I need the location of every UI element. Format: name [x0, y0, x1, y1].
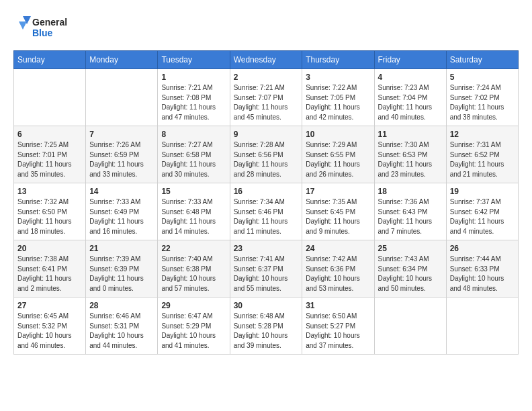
day-number: 30 — [234, 301, 299, 310]
day-info: Sunrise: 6:45 AM Sunset: 5:32 PM Dayligh… — [17, 312, 82, 351]
day-number: 9 — [234, 130, 299, 139]
day-info: Sunrise: 7:44 AM Sunset: 6:33 PM Dayligh… — [450, 255, 515, 293]
day-number: 24 — [306, 244, 370, 253]
calendar-cell: 31Sunrise: 6:50 AM Sunset: 5:27 PM Dayli… — [302, 298, 374, 355]
calendar-cell: 8Sunrise: 7:27 AM Sunset: 6:58 PM Daylig… — [158, 126, 230, 183]
day-info: Sunrise: 7:33 AM Sunset: 6:48 PM Dayligh… — [161, 197, 226, 236]
svg-marker-3 — [19, 21, 27, 30]
calendar-cell: 19Sunrise: 7:37 AM Sunset: 6:42 PM Dayli… — [446, 183, 518, 240]
day-number: 17 — [306, 187, 370, 196]
day-info: Sunrise: 7:39 AM Sunset: 6:39 PM Dayligh… — [89, 255, 154, 293]
calendar-cell — [14, 69, 86, 126]
calendar-week-3: 13Sunrise: 7:32 AM Sunset: 6:50 PM Dayli… — [14, 183, 519, 240]
calendar-cell: 16Sunrise: 7:34 AM Sunset: 6:46 PM Dayli… — [230, 183, 302, 240]
calendar-cell: 1Sunrise: 7:21 AM Sunset: 7:08 PM Daylig… — [158, 69, 230, 126]
calendar-header: SundayMondayTuesdayWednesdayThursdayFrid… — [14, 51, 519, 69]
day-info: Sunrise: 7:38 AM Sunset: 6:41 PM Dayligh… — [17, 255, 82, 293]
day-number: 3 — [306, 73, 370, 82]
day-info: Sunrise: 7:33 AM Sunset: 6:49 PM Dayligh… — [89, 197, 154, 236]
logo-svg: General Blue — [13, 13, 74, 44]
day-number: 27 — [17, 301, 82, 310]
calendar-cell: 29Sunrise: 6:47 AM Sunset: 5:29 PM Dayli… — [158, 298, 230, 355]
day-number: 1 — [161, 73, 226, 82]
calendar-cell — [374, 298, 446, 355]
calendar-cell: 2Sunrise: 7:21 AM Sunset: 7:07 PM Daylig… — [230, 69, 302, 126]
weekday-header-tuesday: Tuesday — [158, 51, 230, 69]
calendar-cell: 4Sunrise: 7:23 AM Sunset: 7:04 PM Daylig… — [374, 69, 446, 126]
calendar-week-5: 27Sunrise: 6:45 AM Sunset: 5:32 PM Dayli… — [14, 298, 519, 355]
day-info: Sunrise: 7:34 AM Sunset: 6:46 PM Dayligh… — [234, 197, 299, 236]
weekday-header-saturday: Saturday — [446, 51, 518, 69]
calendar-cell: 6Sunrise: 7:25 AM Sunset: 7:01 PM Daylig… — [14, 126, 86, 183]
day-info: Sunrise: 7:28 AM Sunset: 6:56 PM Dayligh… — [234, 140, 299, 179]
calendar-cell: 12Sunrise: 7:31 AM Sunset: 6:52 PM Dayli… — [446, 126, 518, 183]
calendar-cell: 20Sunrise: 7:38 AM Sunset: 6:41 PM Dayli… — [14, 240, 86, 298]
day-info: Sunrise: 7:30 AM Sunset: 6:53 PM Dayligh… — [378, 140, 443, 179]
day-number: 11 — [378, 130, 443, 139]
day-info: Sunrise: 7:37 AM Sunset: 6:42 PM Dayligh… — [450, 197, 515, 236]
day-info: Sunrise: 7:40 AM Sunset: 6:38 PM Dayligh… — [161, 255, 226, 293]
day-number: 14 — [89, 187, 154, 196]
day-number: 20 — [17, 244, 82, 253]
day-info: Sunrise: 7:35 AM Sunset: 6:45 PM Dayligh… — [306, 197, 370, 236]
day-info: Sunrise: 7:26 AM Sunset: 6:59 PM Dayligh… — [89, 140, 154, 179]
calendar-week-4: 20Sunrise: 7:38 AM Sunset: 6:41 PM Dayli… — [14, 240, 519, 298]
day-number: 8 — [161, 130, 226, 139]
svg-text:General: General — [32, 17, 67, 28]
day-number: 2 — [234, 73, 299, 82]
day-number: 19 — [450, 187, 515, 196]
weekday-header-monday: Monday — [86, 51, 158, 69]
calendar-cell: 3Sunrise: 7:22 AM Sunset: 7:05 PM Daylig… — [302, 69, 374, 126]
day-info: Sunrise: 7:41 AM Sunset: 6:37 PM Dayligh… — [234, 255, 299, 293]
calendar-cell: 7Sunrise: 7:26 AM Sunset: 6:59 PM Daylig… — [86, 126, 158, 183]
day-info: Sunrise: 6:48 AM Sunset: 5:28 PM Dayligh… — [234, 312, 299, 351]
logo: General Blue — [13, 13, 74, 44]
day-info: Sunrise: 7:31 AM Sunset: 6:52 PM Dayligh… — [450, 140, 515, 179]
day-number: 6 — [17, 130, 82, 139]
day-number: 23 — [234, 244, 299, 253]
day-number: 7 — [89, 130, 154, 139]
day-number: 15 — [161, 187, 226, 196]
calendar-cell: 15Sunrise: 7:33 AM Sunset: 6:48 PM Dayli… — [158, 183, 230, 240]
calendar-cell — [446, 298, 518, 355]
calendar-cell — [86, 69, 158, 126]
calendar-cell: 17Sunrise: 7:35 AM Sunset: 6:45 PM Dayli… — [302, 183, 374, 240]
calendar-cell: 26Sunrise: 7:44 AM Sunset: 6:33 PM Dayli… — [446, 240, 518, 298]
calendar-cell: 11Sunrise: 7:30 AM Sunset: 6:53 PM Dayli… — [374, 126, 446, 183]
calendar-cell: 25Sunrise: 7:43 AM Sunset: 6:34 PM Dayli… — [374, 240, 446, 298]
svg-text:Blue: Blue — [32, 28, 53, 38]
day-info: Sunrise: 7:43 AM Sunset: 6:34 PM Dayligh… — [378, 255, 443, 293]
day-number: 12 — [450, 130, 515, 139]
day-number: 22 — [161, 244, 226, 253]
day-number: 4 — [378, 73, 443, 82]
calendar-cell: 21Sunrise: 7:39 AM Sunset: 6:39 PM Dayli… — [86, 240, 158, 298]
day-number: 29 — [161, 301, 226, 310]
day-info: Sunrise: 7:32 AM Sunset: 6:50 PM Dayligh… — [17, 197, 82, 236]
day-info: Sunrise: 7:36 AM Sunset: 6:43 PM Dayligh… — [378, 197, 443, 236]
calendar-table: SundayMondayTuesdayWednesdayThursdayFrid… — [13, 50, 519, 355]
day-number: 31 — [306, 301, 370, 310]
page-header: General Blue — [13, 13, 519, 44]
day-number: 26 — [450, 244, 515, 253]
calendar-cell: 5Sunrise: 7:24 AM Sunset: 7:02 PM Daylig… — [446, 69, 518, 126]
calendar-cell: 24Sunrise: 7:42 AM Sunset: 6:36 PM Dayli… — [302, 240, 374, 298]
calendar-cell: 27Sunrise: 6:45 AM Sunset: 5:32 PM Dayli… — [14, 298, 86, 355]
day-info: Sunrise: 7:29 AM Sunset: 6:55 PM Dayligh… — [306, 140, 370, 179]
day-number: 16 — [234, 187, 299, 196]
calendar-cell: 18Sunrise: 7:36 AM Sunset: 6:43 PM Dayli… — [374, 183, 446, 240]
day-info: Sunrise: 7:21 AM Sunset: 7:07 PM Dayligh… — [234, 83, 299, 122]
day-info: Sunrise: 6:47 AM Sunset: 5:29 PM Dayligh… — [161, 312, 226, 351]
day-info: Sunrise: 7:25 AM Sunset: 7:01 PM Dayligh… — [17, 140, 82, 179]
calendar-cell: 10Sunrise: 7:29 AM Sunset: 6:55 PM Dayli… — [302, 126, 374, 183]
day-number: 13 — [17, 187, 82, 196]
weekday-header-friday: Friday — [374, 51, 446, 69]
weekday-header-wednesday: Wednesday — [230, 51, 302, 69]
day-number: 25 — [378, 244, 443, 253]
calendar-cell: 9Sunrise: 7:28 AM Sunset: 6:56 PM Daylig… — [230, 126, 302, 183]
weekday-header-thursday: Thursday — [302, 51, 374, 69]
calendar-week-2: 6Sunrise: 7:25 AM Sunset: 7:01 PM Daylig… — [14, 126, 519, 183]
day-info: Sunrise: 6:46 AM Sunset: 5:31 PM Dayligh… — [89, 312, 154, 351]
day-info: Sunrise: 7:42 AM Sunset: 6:36 PM Dayligh… — [306, 255, 370, 293]
day-info: Sunrise: 7:22 AM Sunset: 7:05 PM Dayligh… — [306, 83, 370, 122]
day-info: Sunrise: 7:23 AM Sunset: 7:04 PM Dayligh… — [378, 83, 443, 122]
